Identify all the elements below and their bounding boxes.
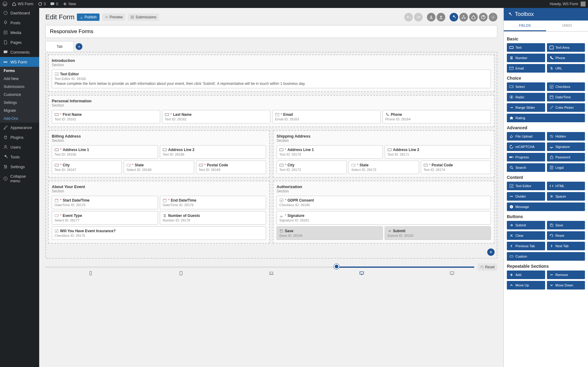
- howdy-text[interactable]: Howdy, WS Form: [550, 2, 578, 6]
- bp-desktop-icon[interactable]: [317, 271, 407, 277]
- section-introduction[interactable]: Introduction Section Text Editor Text Ed…: [48, 55, 495, 92]
- download-button[interactable]: [427, 13, 435, 21]
- field-signature[interactable]: *SignatureSignature ID: 28181: [277, 211, 491, 225]
- toolbox-item-date-time[interactable]: Date/Time: [547, 93, 585, 101]
- toolbox-item-text-area[interactable]: Text Area: [547, 43, 585, 52]
- toolbox-item-legal[interactable]: Legal: [547, 163, 585, 172]
- sidebar-item-pages[interactable]: Pages: [0, 37, 39, 47]
- field-billing-city[interactable]: *CityText ID: 28167: [52, 161, 122, 174]
- field-save[interactable]: SaveSave ID: 28184: [277, 226, 383, 240]
- sidebar-item-collapse-menu[interactable]: Collapse menu: [0, 172, 39, 186]
- toolbox-item-text-editor[interactable]: Text Editor: [507, 182, 545, 190]
- field-last-name[interactable]: *Last NameText ID: 28162: [162, 110, 270, 123]
- toolbox-item-progress[interactable]: Progress: [507, 153, 545, 161]
- toolbox-item-message[interactable]: Message: [507, 202, 585, 211]
- add-section-button[interactable]: +: [487, 248, 495, 256]
- field-email[interactable]: *EmailEmail ID: 28163: [272, 110, 381, 123]
- toolbox-item-search[interactable]: Search: [507, 163, 545, 172]
- toolbox-item-hidden[interactable]: Hidden: [547, 132, 585, 141]
- toolbox-item-add[interactable]: Add: [507, 271, 545, 279]
- sidebar-item-posts[interactable]: Posts: [0, 18, 39, 28]
- section-billing[interactable]: Billing Address Section *Address Line 1T…: [48, 130, 270, 178]
- comments-link[interactable]: 0: [50, 2, 58, 6]
- sidebar-item-ws-form[interactable]: WSWS Form: [0, 57, 39, 67]
- field-end-date[interactable]: *End Date/TimeDate/Time ID: 28176: [160, 196, 266, 209]
- field-billing-a1[interactable]: *Address Line 1Text ID: 28165: [52, 145, 158, 159]
- field-shipping-state[interactable]: *StateSelect ID: 28173: [349, 161, 419, 174]
- sidebar-item-dashboard[interactable]: Dashboard: [0, 8, 39, 18]
- toolbox-item-radio[interactable]: Radio: [507, 93, 545, 101]
- toolbox-item-remove[interactable]: Remove: [547, 271, 585, 279]
- toolbox-item-html[interactable]: HTML: [547, 182, 585, 190]
- field-gdpr[interactable]: *GDPR ConsentCheckbox ID: 28180: [277, 196, 491, 209]
- toolbox-item-submit[interactable]: Submit: [507, 221, 545, 229]
- sidebar-item-appearance[interactable]: Appearance: [0, 123, 39, 132]
- upload-button[interactable]: [437, 13, 445, 21]
- section-personal[interactable]: Personal Information Section *First Name…: [48, 95, 495, 127]
- sidebar-item-tools[interactable]: Tools: [0, 152, 39, 162]
- wp-logo[interactable]: [2, 2, 7, 6]
- breakpoint-slider[interactable]: [45, 267, 474, 268]
- submissions-button[interactable]: Submissions: [128, 13, 159, 21]
- field-billing-postal[interactable]: *Postal CodeText ID: 28169: [196, 161, 266, 174]
- toolbox-item-next-tab[interactable]: Next Tab: [547, 242, 585, 250]
- new-link[interactable]: New: [62, 2, 76, 6]
- field-shipping-city[interactable]: *CityText ID: 28172: [277, 161, 347, 174]
- updates-link[interactable]: 3: [38, 2, 46, 6]
- field-shipping-a2[interactable]: Address Line 2Text ID: 28171: [385, 145, 491, 159]
- field-phone[interactable]: PhonePhone ID: 28164: [383, 110, 491, 123]
- toolbox-item-password[interactable]: Password: [547, 153, 585, 161]
- field-billing-state[interactable]: *StateSelect ID: 28168: [124, 161, 194, 174]
- toolbox-item-text[interactable]: Text: [507, 43, 545, 52]
- sidebar-item-users[interactable]: Users: [0, 142, 39, 152]
- wrench-button[interactable]: [450, 13, 458, 21]
- field-event-type[interactable]: *Event TypeSelect ID: 28177: [52, 211, 158, 225]
- toolbox-tab-undo[interactable]: UNDO: [546, 21, 588, 31]
- toolbox-item-divider[interactable]: Divider: [507, 192, 545, 201]
- toolbox-item-url[interactable]: URL: [547, 64, 585, 73]
- redo-button[interactable]: [414, 13, 423, 21]
- section-auth[interactable]: Authorization Section *GDPR ConsentCheck…: [273, 181, 495, 244]
- sidebar-sub-settings[interactable]: Settings: [0, 99, 39, 107]
- sidebar-item-media[interactable]: Media: [0, 28, 39, 37]
- toolbox-item-select[interactable]: Select: [507, 82, 545, 91]
- toolbox-item-range-slider[interactable]: Range Slider: [507, 103, 545, 112]
- toolbox-item-custom[interactable]: Custom: [507, 252, 585, 261]
- bp-wide-icon[interactable]: [407, 271, 497, 277]
- add-tab-button[interactable]: +: [76, 43, 82, 50]
- section-event[interactable]: About Your Event Section *Start Date/Tim…: [48, 181, 270, 244]
- sidebar-item-plugins[interactable]: Plugins: [0, 132, 39, 142]
- toolbox-item-rating[interactable]: Rating: [507, 114, 585, 122]
- avatar[interactable]: [581, 2, 586, 6]
- sidebar-sub-forms[interactable]: Forms: [0, 67, 39, 75]
- publish-button[interactable]: Publish: [77, 13, 99, 21]
- sidebar-sub-migrate[interactable]: Migrate: [0, 107, 39, 115]
- toolbox-item-file-upload[interactable]: File Upload: [507, 132, 545, 141]
- toolbox-item-clear[interactable]: Clear: [507, 231, 545, 240]
- toolbox-tab-fields[interactable]: FIELDS: [504, 21, 546, 31]
- toolbox-item-move-up[interactable]: Move Up: [507, 281, 545, 289]
- sidebar-item-settings[interactable]: Settings: [0, 162, 39, 172]
- section-shipping[interactable]: Shipping Address Section *Address Line 1…: [273, 130, 495, 178]
- field-guests[interactable]: Number of GuestsNumber ID: 28178: [160, 211, 266, 225]
- sidebar-sub-customize[interactable]: Customize: [0, 91, 39, 99]
- toolbox-item-color-picker[interactable]: Color Picker: [547, 103, 585, 112]
- form-name-input[interactable]: [45, 25, 497, 38]
- bp-mobile-icon[interactable]: [45, 271, 136, 277]
- form-tab[interactable]: Tab: [45, 41, 74, 52]
- toolbox-item-previous-tab[interactable]: Previous Tab: [507, 242, 545, 250]
- field-start-date[interactable]: *Start Date/TimeDate/Time ID: 28175: [52, 196, 158, 209]
- toolbox-item-signature[interactable]: Signature: [547, 142, 585, 151]
- sidebar-sub-add-new[interactable]: Add New: [0, 75, 39, 83]
- toolbox-item-checkbox[interactable]: Checkbox: [547, 82, 585, 91]
- toolbox-item-number[interactable]: Number: [507, 54, 545, 62]
- toolbox-item-recaptcha[interactable]: reCAPTCHA: [507, 142, 545, 151]
- sidebar-sub-submissions[interactable]: Submissions: [0, 83, 39, 91]
- field-billing-a2[interactable]: Address Line 2Text ID: 28166: [160, 145, 266, 159]
- undo-button[interactable]: [404, 13, 413, 21]
- toolbox-item-spacer[interactable]: Spacer: [547, 192, 585, 201]
- style-button[interactable]: [469, 13, 478, 21]
- bp-laptop-icon[interactable]: [226, 271, 316, 277]
- sidebar-item-comments[interactable]: Comments: [0, 47, 39, 57]
- field-insurance[interactable]: Will You Have Event Insurance?Checkbox I…: [52, 226, 266, 240]
